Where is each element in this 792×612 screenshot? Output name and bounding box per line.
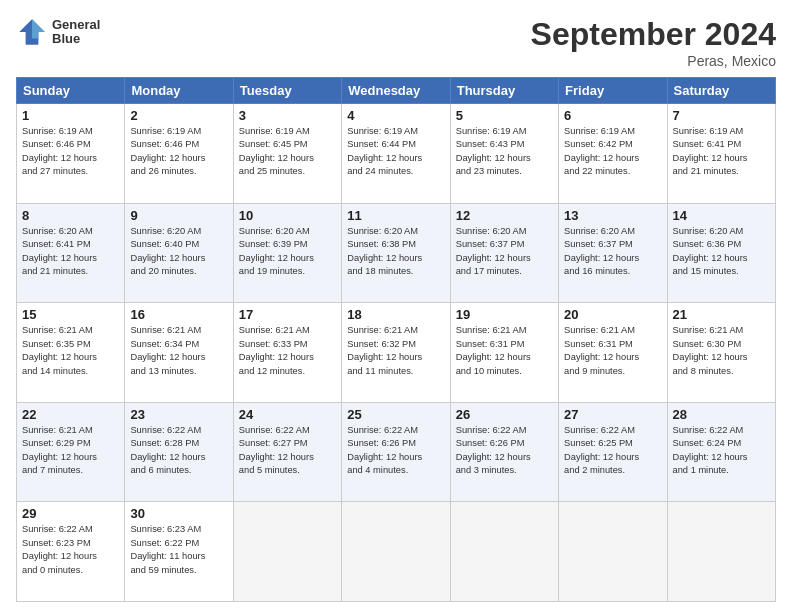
day-number: 11	[347, 208, 444, 223]
calendar-week-row: 1Sunrise: 6:19 AM Sunset: 6:46 PM Daylig…	[17, 104, 776, 204]
day-info: Sunrise: 6:19 AM Sunset: 6:46 PM Dayligh…	[22, 125, 119, 179]
day-info: Sunrise: 6:19 AM Sunset: 6:41 PM Dayligh…	[673, 125, 770, 179]
calendar-cell: 13Sunrise: 6:20 AM Sunset: 6:37 PM Dayli…	[559, 203, 667, 303]
calendar-week-row: 15Sunrise: 6:21 AM Sunset: 6:35 PM Dayli…	[17, 303, 776, 403]
page: General Blue September 2024 Peras, Mexic…	[0, 0, 792, 612]
calendar-cell: 15Sunrise: 6:21 AM Sunset: 6:35 PM Dayli…	[17, 303, 125, 403]
day-number: 19	[456, 307, 553, 322]
day-number: 29	[22, 506, 119, 521]
calendar-cell: 26Sunrise: 6:22 AM Sunset: 6:26 PM Dayli…	[450, 402, 558, 502]
calendar-cell: 29Sunrise: 6:22 AM Sunset: 6:23 PM Dayli…	[17, 502, 125, 602]
svg-marker-1	[32, 19, 45, 38]
col-sunday: Sunday	[17, 78, 125, 104]
day-info: Sunrise: 6:20 AM Sunset: 6:37 PM Dayligh…	[456, 225, 553, 279]
calendar-cell: 9Sunrise: 6:20 AM Sunset: 6:40 PM Daylig…	[125, 203, 233, 303]
day-info: Sunrise: 6:19 AM Sunset: 6:42 PM Dayligh…	[564, 125, 661, 179]
calendar-cell: 25Sunrise: 6:22 AM Sunset: 6:26 PM Dayli…	[342, 402, 450, 502]
calendar-cell: 6Sunrise: 6:19 AM Sunset: 6:42 PM Daylig…	[559, 104, 667, 204]
col-saturday: Saturday	[667, 78, 775, 104]
col-tuesday: Tuesday	[233, 78, 341, 104]
calendar-cell: 18Sunrise: 6:21 AM Sunset: 6:32 PM Dayli…	[342, 303, 450, 403]
calendar-cell: 24Sunrise: 6:22 AM Sunset: 6:27 PM Dayli…	[233, 402, 341, 502]
calendar-cell: 27Sunrise: 6:22 AM Sunset: 6:25 PM Dayli…	[559, 402, 667, 502]
day-number: 10	[239, 208, 336, 223]
header: General Blue September 2024 Peras, Mexic…	[16, 16, 776, 69]
day-number: 9	[130, 208, 227, 223]
day-number: 28	[673, 407, 770, 422]
title-block: September 2024 Peras, Mexico	[531, 16, 776, 69]
col-thursday: Thursday	[450, 78, 558, 104]
day-info: Sunrise: 6:21 AM Sunset: 6:31 PM Dayligh…	[564, 324, 661, 378]
calendar-cell	[450, 502, 558, 602]
calendar-cell	[559, 502, 667, 602]
day-number: 27	[564, 407, 661, 422]
day-number: 30	[130, 506, 227, 521]
day-info: Sunrise: 6:20 AM Sunset: 6:40 PM Dayligh…	[130, 225, 227, 279]
calendar-cell: 28Sunrise: 6:22 AM Sunset: 6:24 PM Dayli…	[667, 402, 775, 502]
calendar-cell	[342, 502, 450, 602]
day-number: 23	[130, 407, 227, 422]
calendar-cell: 11Sunrise: 6:20 AM Sunset: 6:38 PM Dayli…	[342, 203, 450, 303]
day-number: 25	[347, 407, 444, 422]
day-number: 13	[564, 208, 661, 223]
month-title: September 2024	[531, 16, 776, 53]
calendar-cell: 7Sunrise: 6:19 AM Sunset: 6:41 PM Daylig…	[667, 104, 775, 204]
calendar-cell: 21Sunrise: 6:21 AM Sunset: 6:30 PM Dayli…	[667, 303, 775, 403]
day-number: 3	[239, 108, 336, 123]
day-number: 8	[22, 208, 119, 223]
day-info: Sunrise: 6:20 AM Sunset: 6:39 PM Dayligh…	[239, 225, 336, 279]
day-number: 6	[564, 108, 661, 123]
calendar-cell: 22Sunrise: 6:21 AM Sunset: 6:29 PM Dayli…	[17, 402, 125, 502]
day-info: Sunrise: 6:22 AM Sunset: 6:27 PM Dayligh…	[239, 424, 336, 478]
day-number: 26	[456, 407, 553, 422]
day-info: Sunrise: 6:21 AM Sunset: 6:35 PM Dayligh…	[22, 324, 119, 378]
day-number: 18	[347, 307, 444, 322]
day-number: 4	[347, 108, 444, 123]
logo-text: General Blue	[52, 18, 100, 47]
day-number: 1	[22, 108, 119, 123]
day-info: Sunrise: 6:20 AM Sunset: 6:41 PM Dayligh…	[22, 225, 119, 279]
col-friday: Friday	[559, 78, 667, 104]
day-info: Sunrise: 6:22 AM Sunset: 6:23 PM Dayligh…	[22, 523, 119, 577]
calendar-week-row: 22Sunrise: 6:21 AM Sunset: 6:29 PM Dayli…	[17, 402, 776, 502]
day-info: Sunrise: 6:19 AM Sunset: 6:44 PM Dayligh…	[347, 125, 444, 179]
day-info: Sunrise: 6:22 AM Sunset: 6:26 PM Dayligh…	[456, 424, 553, 478]
day-info: Sunrise: 6:19 AM Sunset: 6:46 PM Dayligh…	[130, 125, 227, 179]
calendar-cell: 16Sunrise: 6:21 AM Sunset: 6:34 PM Dayli…	[125, 303, 233, 403]
day-info: Sunrise: 6:21 AM Sunset: 6:32 PM Dayligh…	[347, 324, 444, 378]
calendar-cell: 12Sunrise: 6:20 AM Sunset: 6:37 PM Dayli…	[450, 203, 558, 303]
calendar-cell: 19Sunrise: 6:21 AM Sunset: 6:31 PM Dayli…	[450, 303, 558, 403]
col-monday: Monday	[125, 78, 233, 104]
day-info: Sunrise: 6:22 AM Sunset: 6:25 PM Dayligh…	[564, 424, 661, 478]
day-info: Sunrise: 6:19 AM Sunset: 6:45 PM Dayligh…	[239, 125, 336, 179]
calendar-cell: 4Sunrise: 6:19 AM Sunset: 6:44 PM Daylig…	[342, 104, 450, 204]
day-number: 16	[130, 307, 227, 322]
calendar-cell: 8Sunrise: 6:20 AM Sunset: 6:41 PM Daylig…	[17, 203, 125, 303]
day-number: 15	[22, 307, 119, 322]
calendar-cell: 2Sunrise: 6:19 AM Sunset: 6:46 PM Daylig…	[125, 104, 233, 204]
calendar-cell	[667, 502, 775, 602]
day-info: Sunrise: 6:22 AM Sunset: 6:26 PM Dayligh…	[347, 424, 444, 478]
day-info: Sunrise: 6:21 AM Sunset: 6:31 PM Dayligh…	[456, 324, 553, 378]
day-info: Sunrise: 6:22 AM Sunset: 6:28 PM Dayligh…	[130, 424, 227, 478]
day-number: 2	[130, 108, 227, 123]
calendar-cell: 1Sunrise: 6:19 AM Sunset: 6:46 PM Daylig…	[17, 104, 125, 204]
day-number: 7	[673, 108, 770, 123]
day-info: Sunrise: 6:21 AM Sunset: 6:34 PM Dayligh…	[130, 324, 227, 378]
calendar-cell: 23Sunrise: 6:22 AM Sunset: 6:28 PM Dayli…	[125, 402, 233, 502]
day-info: Sunrise: 6:21 AM Sunset: 6:33 PM Dayligh…	[239, 324, 336, 378]
day-info: Sunrise: 6:22 AM Sunset: 6:24 PM Dayligh…	[673, 424, 770, 478]
day-number: 20	[564, 307, 661, 322]
day-number: 14	[673, 208, 770, 223]
calendar-table: Sunday Monday Tuesday Wednesday Thursday…	[16, 77, 776, 602]
logo-line1: General	[52, 18, 100, 32]
day-number: 17	[239, 307, 336, 322]
day-info: Sunrise: 6:21 AM Sunset: 6:29 PM Dayligh…	[22, 424, 119, 478]
calendar-cell: 17Sunrise: 6:21 AM Sunset: 6:33 PM Dayli…	[233, 303, 341, 403]
day-number: 21	[673, 307, 770, 322]
calendar-cell: 3Sunrise: 6:19 AM Sunset: 6:45 PM Daylig…	[233, 104, 341, 204]
day-info: Sunrise: 6:20 AM Sunset: 6:38 PM Dayligh…	[347, 225, 444, 279]
logo: General Blue	[16, 16, 100, 48]
day-info: Sunrise: 6:20 AM Sunset: 6:37 PM Dayligh…	[564, 225, 661, 279]
calendar-cell: 14Sunrise: 6:20 AM Sunset: 6:36 PM Dayli…	[667, 203, 775, 303]
